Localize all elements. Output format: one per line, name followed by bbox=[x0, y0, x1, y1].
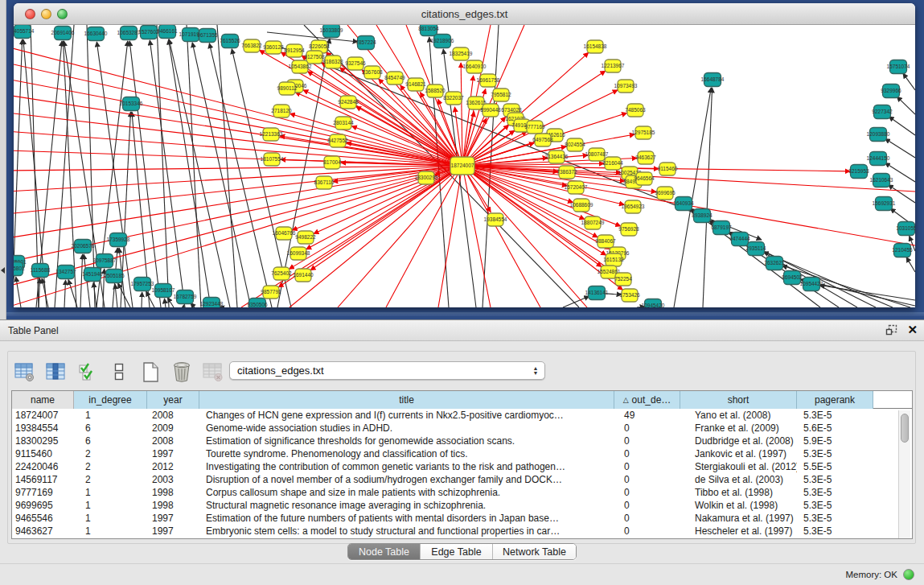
graph-node[interactable]: 10945420 bbox=[642, 299, 665, 308]
cell-out_de[interactable]: 0 bbox=[614, 499, 680, 512]
network-canvas[interactable]: 1872400718300295193845547663822936012889… bbox=[14, 25, 915, 307]
graph-node[interactable]: 9777169 bbox=[524, 121, 545, 134]
graph-node[interactable]: 9474444 bbox=[729, 233, 750, 246]
graph-node[interactable]: 16648784 bbox=[701, 73, 725, 87]
graph-node[interactable]: 8938924 bbox=[692, 209, 713, 223]
graph-node[interactable]: 9242848 bbox=[338, 96, 359, 109]
cell-pagerank[interactable]: 5.3E-5 bbox=[797, 473, 873, 486]
column-visibility-icon[interactable] bbox=[44, 360, 68, 384]
graph-node[interactable]: 10973493 bbox=[614, 80, 638, 93]
graph-node[interactable]: 10958107 bbox=[152, 284, 175, 298]
cell-in_degree[interactable]: 6 bbox=[74, 435, 147, 447]
graph-node[interactable]: 17359928 bbox=[107, 233, 130, 247]
graph-node[interactable]: 7632621 bbox=[764, 257, 785, 270]
cell-title[interactable]: Estimation of the future numbers of pati… bbox=[199, 512, 614, 525]
cell-out_de[interactable]: 0 bbox=[614, 486, 680, 499]
cell-in_degree[interactable]: 2 bbox=[74, 473, 147, 486]
rows-icon[interactable] bbox=[107, 360, 131, 384]
graph-node[interactable]: 1115688 bbox=[31, 264, 51, 278]
graph-node[interactable]: 20691406 bbox=[51, 27, 75, 40]
cell-short[interactable]: Dudbridge et al. (2008) bbox=[680, 435, 797, 447]
cell-short[interactable]: de Silva et al. (2003) bbox=[680, 473, 797, 486]
cell-short[interactable]: Jankovic et al. (1997) bbox=[680, 447, 797, 460]
cell-pagerank[interactable]: 5.3E-5 bbox=[797, 525, 873, 538]
graph-node[interactable]: 9227342 bbox=[872, 105, 893, 119]
graph-node[interactable]: 16046766 bbox=[273, 227, 296, 240]
graph-node[interactable]: 9884067 bbox=[595, 235, 616, 248]
graph-node[interactable]: 12444150 bbox=[867, 152, 890, 166]
cell-year[interactable]: 2003 bbox=[147, 473, 199, 486]
graph-node[interactable]: 8215953 bbox=[848, 165, 869, 179]
graph-node[interactable]: 8024554 bbox=[565, 138, 585, 151]
graph-node[interactable]: 14055714 bbox=[14, 25, 35, 39]
graph-node[interactable]: 9857791 bbox=[261, 286, 281, 299]
graph-node[interactable]: 9146821 bbox=[405, 78, 426, 91]
graph-node[interactable]: 8990448 bbox=[480, 104, 501, 117]
cell-out_de[interactable]: 0 bbox=[614, 422, 680, 435]
graph-node[interactable]: 8427552 bbox=[327, 134, 348, 147]
cell-short[interactable]: Tibbo et al. (1998) bbox=[680, 486, 797, 499]
cell-title[interactable]: Estimation of significance thresholds fo… bbox=[199, 435, 614, 447]
cell-in_degree[interactable]: 2 bbox=[74, 447, 147, 460]
cell-short[interactable]: Yano et al. (2008) bbox=[680, 409, 797, 422]
graph-node[interactable]: 9646564 bbox=[634, 172, 655, 185]
graph-node[interactable]: 817004 bbox=[323, 156, 341, 169]
graph-node[interactable]: 2935114 bbox=[746, 242, 766, 256]
cell-in_degree[interactable]: 2 bbox=[74, 460, 147, 473]
window-titlebar[interactable]: citations_edges.txt bbox=[14, 3, 915, 25]
table-row[interactable]: 1872400712008Changes of HCN gene express… bbox=[12, 409, 912, 422]
graph-node[interactable]: 7386372 bbox=[556, 166, 577, 179]
graph-node[interactable]: 8367110 bbox=[314, 176, 335, 189]
cell-short[interactable]: Franke et al. (2009) bbox=[680, 422, 797, 435]
cell-out_de[interactable]: 0 bbox=[614, 460, 680, 473]
cell-name[interactable]: 9699695 bbox=[12, 499, 74, 512]
graph-node[interactable]: 6497568 bbox=[532, 134, 553, 146]
graph-node[interactable]: 1451940 bbox=[82, 268, 103, 282]
delete-table-icon[interactable] bbox=[170, 360, 194, 384]
graph-node[interactable]: 12213363 bbox=[260, 128, 283, 141]
cell-name[interactable]: 9115460 bbox=[12, 447, 74, 460]
cell-name[interactable]: 19384554 bbox=[12, 422, 74, 435]
graph-node[interactable]: 1527602 bbox=[138, 26, 159, 39]
cell-year[interactable]: 1997 bbox=[147, 447, 199, 460]
cell-short[interactable]: Hescheler et al. (1997) bbox=[680, 525, 797, 538]
graph-node[interactable]: 1640934 bbox=[673, 197, 694, 211]
graph-node[interactable]: 7955812 bbox=[491, 89, 511, 101]
graph-node[interactable]: 8186328 bbox=[322, 56, 343, 68]
table-row[interactable]: 2242004622012Investigating the contribut… bbox=[12, 460, 912, 473]
graph-node[interactable]: 7663822 bbox=[241, 39, 262, 52]
graph-node[interactable]: 9463627 bbox=[635, 151, 656, 164]
new-table-icon[interactable] bbox=[138, 360, 162, 384]
table-row[interactable]: 946554611997Estimation of the future num… bbox=[12, 512, 912, 525]
column-header-year[interactable]: year bbox=[147, 391, 199, 409]
graph-node[interactable]: 9699695 bbox=[655, 187, 676, 200]
cell-name[interactable]: 14569117 bbox=[12, 473, 74, 486]
cell-in_degree[interactable]: 1 bbox=[74, 409, 147, 422]
zoom-window-icon[interactable] bbox=[57, 9, 68, 19]
graph-node[interactable]: 9671355 bbox=[197, 29, 218, 43]
cell-name[interactable]: 18300295 bbox=[12, 435, 74, 447]
cell-title[interactable]: Tourette syndrome. Phenomenology and cla… bbox=[199, 447, 614, 460]
graph-node[interactable]: 2803144 bbox=[333, 117, 354, 130]
cell-out_de[interactable]: 0 bbox=[614, 473, 680, 486]
cell-title[interactable]: Corpus callosum shape and size in male p… bbox=[199, 486, 614, 499]
cell-name[interactable]: 22420046 bbox=[12, 460, 74, 473]
table-row[interactable]: 1830029562008Estimation of significance … bbox=[12, 435, 912, 447]
graph-node[interactable]: 9756928 bbox=[618, 223, 639, 236]
vertical-scrollbar[interactable] bbox=[898, 410, 910, 538]
column-header-pagerank[interactable]: pagerank bbox=[797, 391, 873, 409]
graph-node[interactable]: 1031055 bbox=[896, 222, 915, 236]
cell-name[interactable]: 9465546 bbox=[12, 512, 74, 525]
graph-node[interactable]: 6879197 bbox=[711, 221, 732, 235]
graph-node[interactable]: 1615132 bbox=[603, 253, 624, 266]
cell-in_degree[interactable]: 1 bbox=[74, 512, 147, 525]
cell-short[interactable]: Nakamura et al. (1997) bbox=[680, 512, 797, 525]
column-header-out_de[interactable]: △out_de… bbox=[614, 391, 680, 409]
graph-node[interactable]: 8216044 bbox=[602, 157, 623, 170]
column-header-short[interactable]: short bbox=[680, 391, 797, 409]
cell-pagerank[interactable]: 5.3E-5 bbox=[797, 486, 873, 499]
graph-node[interactable]: 16210643 bbox=[870, 174, 893, 187]
cell-pagerank[interactable]: 5.3E-5 bbox=[797, 409, 873, 422]
graph-node[interactable]: 12923448 bbox=[200, 298, 224, 308]
graph-node[interactable]: 10688609 bbox=[570, 199, 593, 212]
